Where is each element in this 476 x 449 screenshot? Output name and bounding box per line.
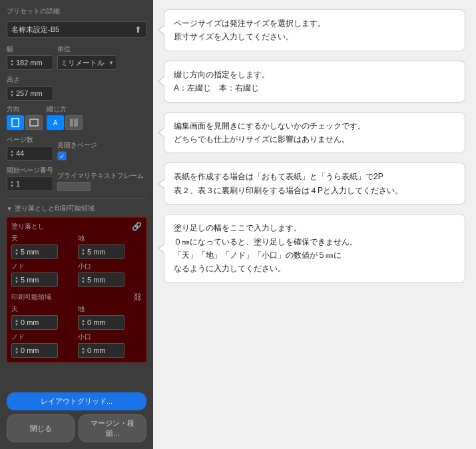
save-icon[interactable]: ⬆ bbox=[134, 25, 142, 35]
close-button[interactable]: 閉じる bbox=[7, 414, 75, 442]
print-bottom-value: 0 mm bbox=[87, 318, 106, 326]
preset-name: 名称未設定-B5 bbox=[11, 25, 59, 35]
height-label: 高さ bbox=[7, 75, 146, 85]
tooltip-2: 綴じ方向の指定をします。A：左綴じ 本：右綴じ bbox=[164, 61, 465, 103]
bleed-nodo-spinbox[interactable]: ▲ ▼ 5 mm bbox=[11, 272, 58, 287]
pages-label: ページ数 bbox=[7, 135, 53, 145]
bleed-nodo-value: 5 mm bbox=[21, 276, 39, 284]
bleed-top-spinbox[interactable]: ▲ ▼ 5 mm bbox=[11, 244, 58, 259]
print-nodo-value: 0 mm bbox=[21, 346, 39, 354]
bleed-top-label: 天 bbox=[11, 234, 75, 243]
print-bottom-arrows: ▲ ▼ bbox=[81, 318, 85, 326]
primary-frame-group: プライマリテキストフレーム bbox=[57, 171, 144, 191]
svg-rect-0 bbox=[12, 119, 19, 127]
primary-frame-bar bbox=[57, 182, 91, 191]
print-koguchi-group: 小口 ▲ ▼ 0 mm bbox=[78, 332, 142, 358]
bleed-bottom-spinbox[interactable]: ▲ ▼ 5 mm bbox=[78, 244, 124, 259]
startpage-frame-row: 開始ページ番号 ▲ ▼ 1 プライマリテキストフレーム bbox=[7, 166, 146, 191]
bleed-bottom-group: 地 ▲ ▼ 5 mm bbox=[78, 234, 142, 259]
bleed-top-value: 5 mm bbox=[21, 248, 39, 256]
width-label: 幅 bbox=[7, 45, 53, 54]
landscape-btn[interactable] bbox=[25, 115, 43, 130]
print-nodo-label: ノド bbox=[11, 332, 75, 342]
facing-checkbox[interactable]: ✓ bbox=[57, 151, 67, 161]
width-down-arrow[interactable]: ▼ bbox=[10, 63, 14, 67]
print-bottom-group: 地 ▲ ▼ 0 mm bbox=[78, 304, 142, 330]
margin-button[interactable]: マージン・段組... bbox=[79, 414, 146, 442]
print-bottom-down[interactable]: ▼ bbox=[81, 322, 85, 326]
tooltip-4: 表紙を作成する場合は「おもて表紙」と「うら表紙」で2P表２、表３に裏刷り印刷をす… bbox=[164, 163, 465, 205]
print-koguchi-spinbox[interactable]: ▲ ▼ 0 mm bbox=[78, 343, 124, 358]
print-koguchi-arrows: ▲ ▼ bbox=[81, 346, 85, 354]
bleed-koguchi-down[interactable]: ▼ bbox=[81, 280, 85, 284]
preset-section-label: プリセットの詳細 bbox=[7, 7, 146, 16]
startpage-spinbox[interactable]: ▲ ▼ 1 bbox=[7, 177, 53, 191]
bleed-nodo-group: ノド ▲ ▼ 5 mm bbox=[11, 262, 75, 287]
bleed-bottom-down[interactable]: ▼ bbox=[81, 252, 85, 256]
startpage-label: 開始ページ番号 bbox=[7, 166, 53, 175]
layout-grid-button[interactable]: レイアウトグリッド... bbox=[7, 392, 146, 410]
direction-toji-row: 方向 綴じ方 A bbox=[7, 105, 146, 130]
print-bottom-spinbox[interactable]: ▲ ▼ 0 mm bbox=[78, 315, 124, 330]
bleed-koguchi-spinbox[interactable]: ▲ ▼ 5 mm bbox=[78, 272, 124, 287]
primary-frame-label: プライマリテキストフレーム bbox=[57, 171, 144, 181]
portrait-btn[interactable] bbox=[7, 115, 24, 130]
bleed-bottom-label: 地 bbox=[78, 234, 142, 243]
unit-group: 単位 ミリメートル ▼ bbox=[57, 45, 117, 70]
pages-spinbox[interactable]: ▲ ▼ 44 bbox=[7, 146, 53, 161]
bleed-nodo-arrows: ▲ ▼ bbox=[15, 276, 19, 284]
print-bottom-label: 地 bbox=[78, 304, 142, 314]
print-nodo-spinbox[interactable]: ▲ ▼ 0 mm bbox=[11, 343, 58, 358]
bleed-koguchi-group: 小口 ▲ ▼ 5 mm bbox=[78, 262, 142, 287]
facing-checkbox-row: ✓ bbox=[57, 151, 97, 161]
unit-select-arrow: ▼ bbox=[109, 60, 114, 66]
print-koguchi-value: 0 mm bbox=[87, 346, 106, 354]
width-spinbox[interactable]: ▲ ▼ 182 mm bbox=[7, 55, 53, 70]
print-top-down[interactable]: ▼ bbox=[15, 322, 19, 326]
print-nodo-arrows: ▲ ▼ bbox=[15, 346, 19, 354]
direction-buttons bbox=[7, 115, 43, 130]
bleed-arrow-icon: ▼ bbox=[7, 206, 12, 212]
height-value: 257 mm bbox=[16, 89, 43, 97]
facing-group: 見開きページ ✓ bbox=[57, 141, 97, 161]
direction-label: 方向 bbox=[7, 105, 43, 114]
toji-buttons: A bbox=[47, 115, 83, 130]
divider1 bbox=[7, 198, 146, 199]
print-koguchi-down[interactable]: ▼ bbox=[81, 350, 85, 354]
toji-a-btn[interactable]: A bbox=[47, 115, 64, 130]
startpage-down-arrow[interactable]: ▼ bbox=[10, 184, 14, 188]
print-top-group: 天 ▲ ▼ 0 mm bbox=[11, 304, 75, 330]
width-group: 幅 ▲ ▼ 182 mm bbox=[7, 45, 53, 70]
bleed-nodo-label: ノド bbox=[11, 262, 75, 271]
tooltip-5: 塗り足しの幅をここで入力します。０㎜になっていると、塗り足しを確保できません。「… bbox=[164, 214, 465, 283]
bottom-buttons: レイアウトグリッド... 閉じる マージン・段組... bbox=[7, 392, 146, 442]
unit-select[interactable]: ミリメートル ▼ bbox=[57, 55, 117, 70]
right-panel: ページサイズは発注サイズを選択します。原寸サイズを入力してください。 綴じ方向の… bbox=[153, 0, 476, 449]
bleed-nodo-down[interactable]: ▼ bbox=[15, 280, 19, 284]
bleed-top-down[interactable]: ▼ bbox=[15, 252, 19, 256]
unit-label: 単位 bbox=[57, 45, 117, 54]
pages-down-arrow[interactable]: ▼ bbox=[10, 153, 14, 157]
height-spinbox[interactable]: ▲ ▼ 257 mm bbox=[7, 86, 53, 101]
bleed-top-group: 天 ▲ ▼ 5 mm bbox=[11, 234, 75, 259]
bleed-label: 塗り落とし bbox=[11, 222, 45, 231]
bleed-koguchi-label: 小口 bbox=[78, 262, 142, 271]
facing-label: 見開きページ bbox=[57, 141, 97, 150]
print-top-spinbox[interactable]: ▲ ▼ 0 mm bbox=[11, 315, 58, 330]
tooltip-1: ページサイズは発注サイズを選択します。原寸サイズを入力してください。 bbox=[164, 9, 465, 51]
height-down-arrow[interactable]: ▼ bbox=[10, 93, 14, 97]
height-group: 高さ ▲ ▼ 257 mm bbox=[7, 75, 146, 101]
bleed-section-label: 塗り落としと印刷可能領域 bbox=[15, 204, 95, 213]
startpage-arrows: ▲ ▼ bbox=[10, 180, 14, 188]
width-value: 182 mm bbox=[16, 59, 43, 67]
print-nodo-down[interactable]: ▼ bbox=[15, 350, 19, 354]
startpage-group: 開始ページ番号 ▲ ▼ 1 bbox=[7, 166, 53, 191]
bleed-link-icon[interactable]: 🔗 bbox=[132, 222, 142, 231]
print-margin-label: 印刷可能領域 bbox=[11, 292, 51, 302]
toji-book-btn[interactable] bbox=[65, 115, 83, 130]
print-top-value: 0 mm bbox=[21, 318, 39, 326]
bleed-section-header[interactable]: ▼ 塗り落としと印刷可能領域 bbox=[7, 204, 146, 213]
direction-group: 方向 bbox=[7, 105, 43, 130]
pages-group: ページ数 ▲ ▼ 44 bbox=[7, 135, 53, 161]
print-margin-link-icon[interactable]: ⛓ bbox=[134, 292, 142, 302]
